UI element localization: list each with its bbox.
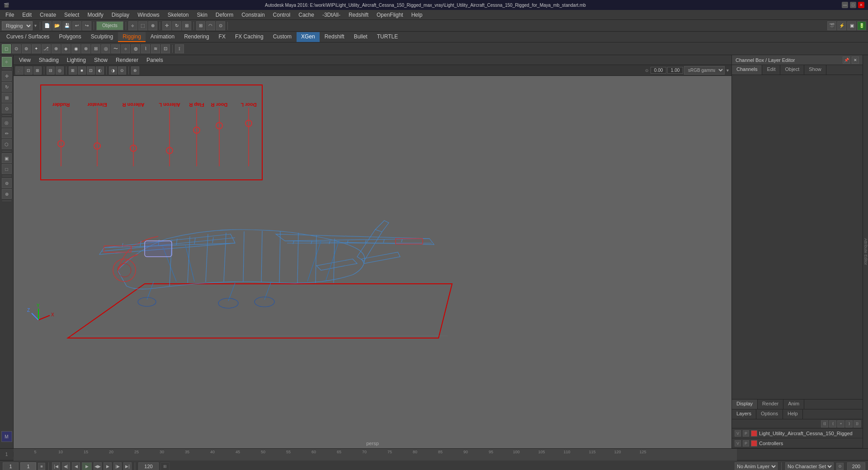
vp-res-btn[interactable]: ⊡: [24, 66, 33, 75]
tab-curves-surfaces[interactable]: Curves / Surfaces: [2, 32, 54, 42]
ring-icon-btn[interactable]: ⊚: [22, 44, 31, 53]
range-start-input[interactable]: [3, 462, 19, 470]
rp-close-btn[interactable]: ✕: [852, 56, 859, 64]
lasso-btn[interactable]: ⬚: [138, 21, 147, 30]
tab-polygons[interactable]: Polygons: [54, 32, 85, 42]
circle-icon-btn[interactable]: ⊙: [12, 44, 21, 53]
menu-help[interactable]: Help: [408, 11, 426, 19]
layer-v-controllers[interactable]: V: [735, 440, 741, 446]
vp-menu-lighting[interactable]: Lighting: [63, 56, 90, 64]
vp-menu-panels[interactable]: Panels: [143, 56, 167, 64]
select-tool-lt[interactable]: ⟡: [2, 57, 12, 67]
wire-btn[interactable]: ⌇: [141, 44, 150, 53]
sculpt-lt[interactable]: ⬡: [2, 139, 12, 149]
jiggle-btn[interactable]: ◍: [131, 44, 140, 53]
tab-bullet[interactable]: Bullet: [349, 32, 372, 42]
scale-lt[interactable]: ⊞: [2, 93, 12, 103]
vp-menu-show[interactable]: Show: [90, 56, 111, 64]
vp-bb-btn[interactable]: ⊟: [47, 66, 55, 75]
exposure-input[interactable]: [667, 67, 683, 74]
menu-skin[interactable]: Skin: [193, 11, 211, 19]
char-set-settings-btn[interactable]: ⚙: [836, 463, 844, 470]
joint-icon-btn[interactable]: ✦: [32, 44, 41, 53]
hypershade-btn[interactable]: 🔋: [857, 21, 866, 30]
tab-fx-caching[interactable]: FX Caching: [231, 32, 268, 42]
vp-ao-btn[interactable]: ⊙: [118, 66, 126, 75]
menu-edit[interactable]: Edit: [19, 11, 35, 19]
tab-show[interactable]: Show: [804, 65, 826, 75]
pb-next-key[interactable]: |▶: [113, 462, 122, 470]
layer-item-aircraft[interactable]: V P Light_Utility_Aircraft_Cessna_150_Ri…: [732, 428, 863, 438]
menu-deform[interactable]: Deform: [212, 11, 237, 19]
tab-object[interactable]: Object: [780, 65, 804, 75]
layer-p-aircraft[interactable]: P: [743, 430, 749, 437]
tab-xgen[interactable]: XGen: [297, 32, 320, 42]
layer-v-aircraft[interactable]: V: [735, 430, 741, 437]
deform-btn[interactable]: ◉: [71, 44, 80, 53]
layer-nav-next[interactable]: ⟩⟩: [854, 420, 861, 428]
layer-nav-fwd[interactable]: ⟩: [845, 420, 853, 428]
snap-point-btn[interactable]: ⊙: [216, 21, 225, 30]
menu-openflight[interactable]: OpenFlight: [373, 11, 407, 19]
tab-rendering[interactable]: Rendering: [179, 32, 213, 42]
tab-rigging[interactable]: Rigging: [118, 32, 146, 42]
tab-sculpting[interactable]: Sculpting: [86, 32, 118, 42]
rotate-btn[interactable]: ↻: [172, 21, 181, 30]
menu-windows[interactable]: Windows: [134, 11, 163, 19]
ipr-btn[interactable]: ⚡: [837, 21, 846, 30]
viewport[interactable]: View Shading Lighting Show Renderer Pane…: [14, 55, 731, 448]
new-file-btn[interactable]: 📄: [42, 21, 52, 30]
lattice-btn[interactable]: ⊞: [91, 44, 100, 53]
move-btn[interactable]: ✛: [162, 21, 171, 30]
constraint-btn[interactable]: ⊕: [52, 44, 61, 53]
cluster-btn[interactable]: ⊗: [81, 44, 90, 53]
menu-control[interactable]: Control: [269, 11, 294, 19]
objects-btn[interactable]: Objects: [96, 21, 123, 30]
camera-lt[interactable]: ⊕: [2, 189, 12, 199]
vp-wire-btn[interactable]: ⊞: [69, 66, 77, 75]
tab-help-layers[interactable]: Help: [783, 409, 803, 419]
vp-gate-btn[interactable]: ⊞: [33, 66, 42, 75]
pb-prev[interactable]: ◀: [72, 462, 80, 470]
vp-shadow-btn[interactable]: ◑: [109, 66, 117, 75]
paint-lt[interactable]: ✏: [2, 128, 12, 138]
hide-lt[interactable]: □: [2, 164, 12, 174]
menu-3dtall[interactable]: -3DtAll-: [319, 11, 344, 19]
layer-nav-prev[interactable]: ⟨⟨: [821, 420, 828, 428]
colorspace-select[interactable]: sRGB gamma: [684, 66, 725, 75]
vp-xray-btn[interactable]: ⊛: [131, 66, 139, 75]
undo-btn[interactable]: ↩: [72, 21, 81, 30]
skin-btn[interactable]: ◈: [61, 44, 71, 53]
menu-constrain[interactable]: Constrain: [238, 11, 268, 19]
menu-modify[interactable]: Modify: [84, 11, 107, 19]
layer-item-controllers[interactable]: V P Controllers: [732, 438, 863, 448]
tab-redshift[interactable]: Redshift: [320, 32, 349, 42]
vp-tex-btn[interactable]: ⊡: [87, 66, 95, 75]
anim-layer-select[interactable]: No Anim Layer: [735, 462, 778, 470]
menu-skeleton[interactable]: Skeleton: [164, 11, 193, 19]
rp-pin-btn[interactable]: 📌: [843, 56, 850, 64]
menu-select[interactable]: Select: [61, 11, 83, 19]
vp-light-btn[interactable]: ◐: [96, 66, 104, 75]
extra-btn[interactable]: ⟟: [175, 44, 184, 53]
frame-number-input[interactable]: [20, 462, 36, 470]
tab-fx[interactable]: FX: [214, 32, 230, 42]
pb-start[interactable]: |◀: [52, 462, 60, 470]
pb-end[interactable]: ▶|: [123, 462, 132, 470]
pb-next[interactable]: ▶: [104, 462, 112, 470]
tab-channels[interactable]: Channels: [732, 65, 762, 75]
tab-animation[interactable]: Animation: [146, 32, 179, 42]
sculpt-btn[interactable]: ⟐: [121, 44, 130, 53]
pb-prev-key[interactable]: ◀|: [62, 462, 70, 470]
scale-btn[interactable]: ⊞: [182, 21, 191, 30]
tab-anim[interactable]: Anim: [783, 400, 804, 409]
vp-menu-shading[interactable]: Shading: [35, 56, 62, 64]
menu-redshift[interactable]: Redshift: [345, 11, 372, 19]
wrinkle-btn[interactable]: ≋: [151, 44, 160, 53]
range-end-input[interactable]: [138, 462, 159, 470]
snap-grid-btn[interactable]: ⊞: [196, 21, 205, 30]
snap-view-lt[interactable]: ⊚: [2, 178, 12, 188]
close-button[interactable]: ✕: [858, 2, 864, 8]
ik-btn[interactable]: ⎇: [42, 44, 51, 53]
vp-cam-btn[interactable]: 🎥: [15, 66, 24, 75]
